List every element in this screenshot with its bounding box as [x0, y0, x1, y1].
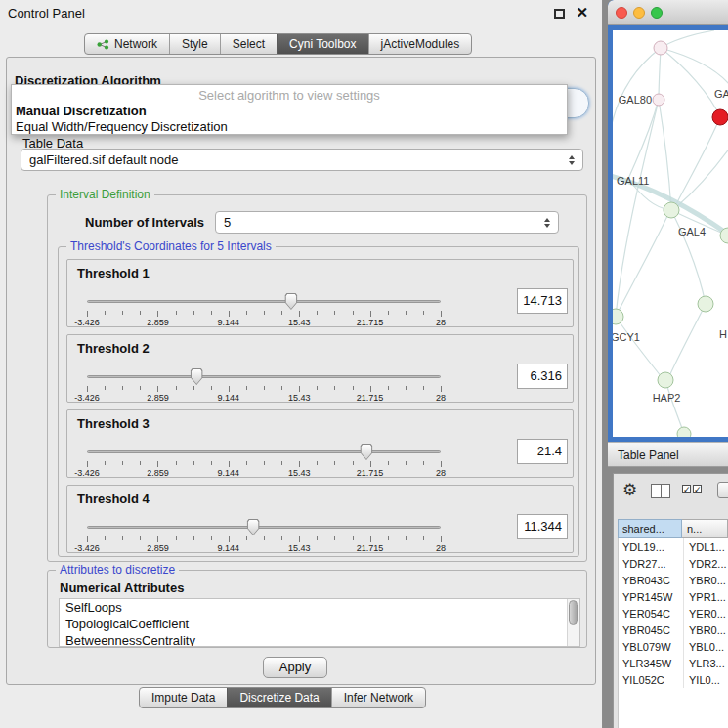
- slider-tick: [211, 536, 212, 540]
- slider-tick: [423, 461, 424, 465]
- table-cell[interactable]: YBR043C: [619, 575, 683, 586]
- slider-tick: [246, 461, 247, 465]
- table-cell[interactable]: YLR3...: [683, 655, 728, 671]
- threshold-value-field[interactable]: 14.713: [517, 288, 568, 314]
- network-node[interactable]: [654, 41, 667, 55]
- table-row[interactable]: YPR145WYPR1...: [619, 588, 728, 605]
- network-node[interactable]: [712, 109, 728, 125]
- close-traffic-light[interactable]: [616, 7, 627, 19]
- attribute-list-item[interactable]: SelfLoops: [60, 599, 579, 616]
- table-cell[interactable]: YLR345W: [619, 658, 683, 669]
- list-scrollbar[interactable]: [567, 599, 579, 646]
- network-node[interactable]: [664, 202, 679, 218]
- network-node[interactable]: [698, 296, 713, 312]
- network-node[interactable]: [677, 427, 691, 437]
- table-row[interactable]: YBR043CYBR0...: [619, 572, 728, 588]
- table-cell[interactable]: YBL079W: [619, 641, 683, 653]
- slider-thumb[interactable]: [284, 293, 297, 310]
- table-cell[interactable]: YBR0...: [683, 572, 728, 588]
- table-row[interactable]: YDR27...YDR2...: [619, 555, 728, 572]
- slider-track[interactable]: [87, 450, 441, 453]
- threshold-value-field[interactable]: 6.316: [517, 364, 568, 389]
- slider-thumb[interactable]: [360, 444, 372, 460]
- table-cell[interactable]: YDR27...: [619, 558, 683, 570]
- slider-scale-label: 21.715: [357, 318, 384, 327]
- slider-track[interactable]: [87, 375, 441, 378]
- apply-button[interactable]: Apply: [263, 657, 327, 678]
- attribute-list-item[interactable]: TopologicalCoefficient: [60, 616, 579, 632]
- attributes-group-title: Attributes to discretize: [56, 563, 179, 577]
- network-node-label: GAL80: [619, 94, 652, 106]
- table-cell[interactable]: YER054C: [619, 608, 683, 620]
- minimize-traffic-light[interactable]: [633, 7, 645, 19]
- attribute-list-item[interactable]: BetweennessCentrality: [60, 632, 579, 647]
- tab-network[interactable]: Network: [85, 34, 169, 54]
- table-cell[interactable]: YDL19...: [619, 541, 683, 553]
- number-of-intervals-combobox[interactable]: 5: [215, 211, 559, 234]
- column-header-shared-name[interactable]: shared...: [618, 519, 682, 538]
- table-cell[interactable]: YIL0...: [683, 671, 728, 688]
- slider-tick: [211, 386, 212, 390]
- gear-icon[interactable]: ⚙: [622, 481, 637, 500]
- dropdown-option-manual-discretization[interactable]: Manual Discretization: [16, 104, 147, 118]
- slider-scale-label: 9.144: [218, 543, 240, 553]
- tab-jactivemodules[interactable]: jActiveModules: [368, 34, 472, 54]
- attributes-group: Attributes to discretize Numerical Attri…: [47, 570, 587, 648]
- tab-impute-data[interactable]: Impute Data: [140, 688, 227, 707]
- tab-discretize-data[interactable]: Discretize Data: [227, 688, 330, 707]
- table-row[interactable]: YBL079WYBL0...: [619, 638, 728, 655]
- network-node-label: H: [719, 328, 727, 340]
- columns-icon[interactable]: [651, 484, 670, 498]
- slider-track[interactable]: [87, 526, 441, 529]
- network-node[interactable]: [653, 94, 664, 106]
- threshold-slider[interactable]: [87, 444, 441, 461]
- table-cell[interactable]: YBL0...: [683, 638, 728, 655]
- table-cell[interactable]: YER0...: [683, 605, 728, 621]
- column-header-name[interactable]: n...: [682, 519, 728, 538]
- network-node[interactable]: [658, 372, 673, 388]
- network-node[interactable]: [613, 309, 623, 324]
- scrollbar-thumb[interactable]: [569, 600, 578, 625]
- slider-thumb[interactable]: [191, 368, 203, 385]
- select-columns-icon[interactable]: ✓ ✓: [682, 485, 702, 493]
- toolbar-button-cut[interactable]: [717, 482, 728, 498]
- table-cell[interactable]: YDR2...: [683, 555, 728, 572]
- tab-cyni-toolbox[interactable]: Cyni Toolbox: [277, 34, 367, 54]
- threshold-value-field[interactable]: 11.344: [517, 514, 568, 539]
- table-row[interactable]: YER054CYER0...: [619, 605, 728, 621]
- table-cell[interactable]: YBR045C: [619, 624, 683, 636]
- table-row[interactable]: YDL19...YDL1...: [619, 538, 728, 555]
- table-row[interactable]: YBR045CYBR0...: [619, 621, 728, 638]
- tab-style[interactable]: Style: [169, 34, 220, 54]
- table-cell[interactable]: YPR145W: [619, 591, 683, 603]
- table-row[interactable]: YIL052CYIL0...: [619, 671, 728, 688]
- close-icon[interactable]: ✕: [576, 4, 588, 21]
- table-panel-header: Table Panel: [608, 442, 728, 467]
- slider-tick: [176, 386, 177, 390]
- table-cell[interactable]: YBR0...: [683, 621, 728, 638]
- threshold-value-field[interactable]: 21.4: [517, 439, 568, 464]
- table-cell[interactable]: YPR1...: [683, 588, 728, 605]
- numerical-attributes-list[interactable]: SelfLoopsTopologicalCoefficientBetweenne…: [59, 598, 580, 647]
- zoom-traffic-light[interactable]: [651, 7, 663, 19]
- network-canvas[interactable]: GAL80GALGAL11GAL4GCY1HHAP2: [613, 30, 728, 437]
- table-row[interactable]: YLR345WYLR3...: [619, 655, 728, 671]
- float-window-icon[interactable]: [554, 9, 565, 19]
- slider-tick: [122, 386, 123, 390]
- network-icon: [97, 39, 109, 50]
- table-data-combobox[interactable]: galFiltered.sif default node: [21, 149, 583, 171]
- tab-infer-network[interactable]: Infer Network: [331, 688, 425, 707]
- table-cell[interactable]: YIL052C: [619, 674, 683, 686]
- slider-tick: [388, 536, 389, 540]
- threshold-slider[interactable]: [87, 519, 441, 536]
- slider-scale-label: -3.426: [74, 393, 100, 403]
- slider-thumb[interactable]: [247, 519, 260, 535]
- table-cell[interactable]: YDL1...: [683, 538, 728, 555]
- slider-tick: [87, 536, 88, 542]
- threshold-slider[interactable]: [87, 368, 441, 386]
- tab-select[interactable]: Select: [220, 34, 277, 54]
- slider-tick: [317, 311, 318, 315]
- dropdown-option-equal-width-frequency[interactable]: Equal Width/Frequency Discretization: [16, 119, 228, 134]
- slider-track[interactable]: [87, 300, 441, 303]
- threshold-slider[interactable]: [87, 293, 441, 311]
